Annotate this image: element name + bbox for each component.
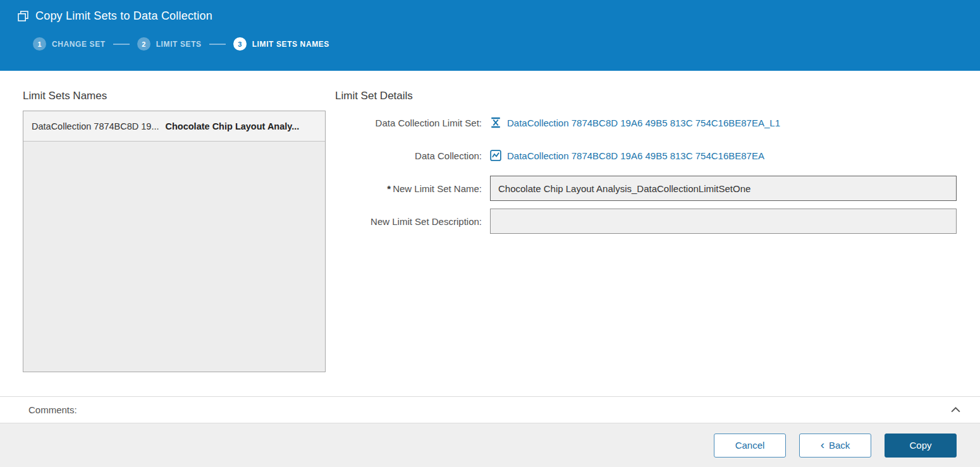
list-item-limit-set: Chocolate Chip Layout Analy... xyxy=(166,121,300,131)
chevron-up-icon[interactable] xyxy=(948,405,964,415)
data-collection-row: Data Collection: DataCollection 7874BC8D… xyxy=(335,139,957,172)
data-collection-limit-set-value: DataCollection 7874BC8D 19A6 49B5 813C 7… xyxy=(490,117,957,128)
cancel-button[interactable]: Cancel xyxy=(714,434,786,458)
copy-button[interactable]: Copy xyxy=(885,434,957,458)
new-limit-set-name-row: *New Limit Set Name: xyxy=(335,172,957,205)
limit-set-details-form: Data Collection Limit Set: DataCollectio… xyxy=(335,106,957,238)
new-limit-set-name-input[interactable] xyxy=(490,176,957,201)
data-collection-icon xyxy=(490,150,501,161)
new-limit-set-description-label: New Limit Set Description: xyxy=(335,216,490,227)
new-limit-set-name-value xyxy=(490,176,957,201)
new-limit-set-description-value xyxy=(490,209,957,234)
wizard-step-change-set[interactable]: 1 CHANGE SET xyxy=(33,37,106,51)
copy-icon xyxy=(18,11,28,21)
data-collection-value: DataCollection 7874BC8D 19A6 49B5 813C 7… xyxy=(490,150,957,161)
step-connector xyxy=(113,44,130,45)
back-button[interactable]: ‹ Back xyxy=(799,434,871,458)
copy-button-label: Copy xyxy=(909,440,931,451)
step-1-label: CHANGE SET xyxy=(52,40,106,49)
step-2-circle: 2 xyxy=(137,37,150,51)
step-3-label: LIMIT SETS NAMES xyxy=(252,40,329,49)
limit-sets-names-list[interactable]: DataCollection 7874BC8D 19... Chocolate … xyxy=(23,111,326,372)
wizard-step-limit-sets-names[interactable]: 3 LIMIT SETS NAMES xyxy=(233,37,329,51)
cancel-button-label: Cancel xyxy=(735,440,765,451)
step-1-circle: 1 xyxy=(33,37,46,51)
data-collection-limit-set-row: Data Collection Limit Set: DataCollectio… xyxy=(335,106,957,139)
new-limit-set-description-row: New Limit Set Description: xyxy=(335,205,957,238)
step-3-circle: 3 xyxy=(233,37,247,51)
limit-set-details-panel: Limit Set Details Data Collection Limit … xyxy=(335,90,957,238)
new-limit-set-name-label-text: New Limit Set Name: xyxy=(393,183,482,194)
dialog-title: Copy Limit Sets to Data Collection xyxy=(35,9,212,23)
data-collection-label: Data Collection: xyxy=(335,150,490,161)
limit-sets-names-panel: Limit Sets Names DataCollection 7874BC8D… xyxy=(23,90,326,372)
list-item[interactable]: DataCollection 7874BC8D 19... Chocolate … xyxy=(23,111,325,142)
dialog-header: Copy Limit Sets to Data Collection 1 CHA… xyxy=(0,0,980,71)
limit-set-details-title: Limit Set Details xyxy=(335,90,957,102)
limit-sets-names-title: Limit Sets Names xyxy=(23,90,326,102)
list-item-data-collection: DataCollection 7874BC8D 19... xyxy=(32,121,159,131)
dialog-footer: Cancel ‹ Back Copy xyxy=(0,423,980,467)
wizard-step-limit-sets[interactable]: 2 LIMIT SETS xyxy=(137,37,202,51)
required-marker: * xyxy=(387,183,391,194)
wizard-steps: 1 CHANGE SET 2 LIMIT SETS 3 LIMIT SETS N… xyxy=(33,37,980,51)
title-row: Copy Limit Sets to Data Collection xyxy=(0,0,980,23)
comments-label: Comments: xyxy=(28,404,77,415)
new-limit-set-name-label: *New Limit Set Name: xyxy=(335,183,490,194)
new-limit-set-description-input[interactable] xyxy=(490,209,957,234)
limit-set-icon xyxy=(490,117,501,128)
copy-limit-sets-dialog: Copy Limit Sets to Data Collection 1 CHA… xyxy=(0,0,980,467)
chevron-left-icon: ‹ xyxy=(821,439,824,451)
step-connector xyxy=(209,44,226,45)
back-button-label: Back xyxy=(829,440,850,451)
data-collection-link[interactable]: DataCollection 7874BC8D 19A6 49B5 813C 7… xyxy=(507,150,764,161)
step-2-label: LIMIT SETS xyxy=(156,40,202,49)
dialog-body: Limit Sets Names DataCollection 7874BC8D… xyxy=(0,71,980,396)
data-collection-limit-set-link[interactable]: DataCollection 7874BC8D 19A6 49B5 813C 7… xyxy=(507,118,780,128)
comments-bar[interactable]: Comments: xyxy=(0,396,980,423)
data-collection-limit-set-label: Data Collection Limit Set: xyxy=(335,118,490,128)
